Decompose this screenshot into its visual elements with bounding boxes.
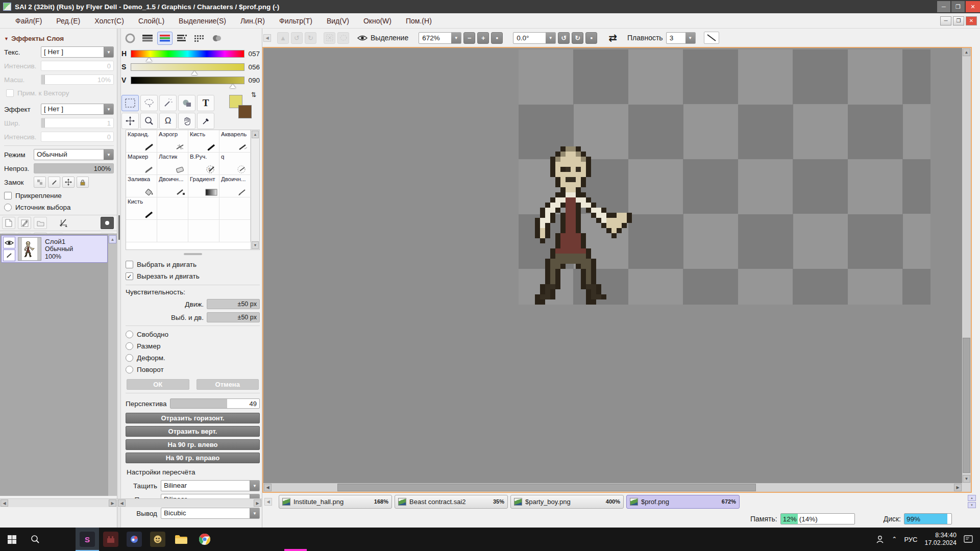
doc-close-icon[interactable]: ✕ bbox=[966, 16, 977, 26]
chevron-down-icon[interactable]: ▼ bbox=[451, 33, 461, 43]
vscroll-thumb[interactable] bbox=[963, 338, 970, 473]
brush-fill[interactable]: Заливка bbox=[126, 175, 157, 197]
chevron-down-icon[interactable]: ▼ bbox=[104, 47, 113, 57]
scale-radio[interactable] bbox=[126, 342, 133, 350]
shape-select-tool[interactable] bbox=[178, 95, 195, 111]
menu-edit[interactable]: Ред.(E) bbox=[49, 15, 87, 27]
magic-wand-tool[interactable] bbox=[159, 95, 177, 111]
effect-select[interactable]: [ Нет ] ▼ bbox=[41, 104, 114, 115]
opacity-slider[interactable]: 100% bbox=[34, 163, 114, 173]
selection-eye-icon[interactable] bbox=[357, 35, 368, 41]
tab-institute-hall[interactable]: Institute_hall.png 168% bbox=[279, 495, 392, 509]
rect-select-tool[interactable] bbox=[121, 95, 139, 111]
flip-vertical-button[interactable]: Отразить верт. bbox=[126, 426, 260, 437]
brush-empty[interactable] bbox=[188, 220, 219, 242]
cut-and-move-checkbox[interactable]: ✓ bbox=[126, 272, 133, 280]
undo-icon[interactable]: ↺ bbox=[291, 32, 303, 44]
rotate-cw-button[interactable]: ↻ bbox=[572, 32, 583, 44]
menu-line[interactable]: Лин.(R) bbox=[233, 15, 272, 27]
layer-edit-pencil-icon[interactable] bbox=[3, 249, 15, 261]
slider-marker-icon[interactable] bbox=[146, 58, 152, 62]
minimize-icon[interactable]: ─ bbox=[937, 1, 950, 12]
chevron-down-icon[interactable]: ▼ bbox=[104, 104, 113, 114]
brush-brush2[interactable]: Кисть bbox=[126, 197, 157, 220]
texture-select[interactable]: [ Нет ] ▼ bbox=[41, 46, 114, 58]
rgb-sliders-icon[interactable] bbox=[157, 32, 173, 45]
vertical-scrollbar[interactable]: ▲ ▼ bbox=[962, 48, 971, 483]
taskbar-chrome-icon[interactable] bbox=[193, 528, 216, 551]
scroll-left-icon[interactable]: ◀ bbox=[118, 499, 126, 507]
chevron-down-icon[interactable]: ▼ bbox=[250, 481, 259, 491]
menu-selection[interactable]: Выделение(S) bbox=[172, 15, 233, 27]
chevron-down-icon[interactable]: ▼ bbox=[546, 33, 555, 43]
ruler-pen-icon[interactable] bbox=[57, 217, 70, 229]
value-slider[interactable] bbox=[131, 77, 244, 84]
new-layer-icon[interactable] bbox=[2, 217, 15, 229]
people-icon[interactable] bbox=[875, 535, 885, 543]
drag-handle[interactable] bbox=[184, 253, 202, 255]
text-tool[interactable]: T bbox=[197, 95, 214, 111]
slider-marker-icon[interactable] bbox=[230, 84, 236, 88]
brush-vector-pen[interactable]: В.Руч. S bbox=[188, 153, 219, 175]
angle-select[interactable]: 0.0° ▼ bbox=[513, 32, 556, 44]
brush-empty[interactable] bbox=[219, 197, 251, 220]
output-resample-select[interactable]: Bicubic ▼ bbox=[161, 508, 260, 519]
saturation-slider[interactable] bbox=[131, 63, 244, 71]
rotate-ccw-button[interactable]: ↺ bbox=[558, 32, 570, 44]
brush-empty[interactable] bbox=[157, 220, 188, 242]
brush-empty[interactable] bbox=[219, 220, 251, 242]
flip-horizontal-button[interactable]: Отразить горизонт. bbox=[126, 413, 260, 423]
language-indicator[interactable]: РУС bbox=[904, 536, 917, 543]
notification-center-icon[interactable] bbox=[964, 535, 973, 543]
new-folder-icon[interactable] bbox=[34, 217, 47, 229]
scroll-left-icon[interactable]: ◀ bbox=[264, 484, 272, 491]
menu-layer[interactable]: Слой(L) bbox=[131, 15, 172, 27]
move-tool[interactable] bbox=[121, 113, 139, 129]
layer-visibility-eye-icon[interactable] bbox=[3, 237, 15, 248]
scroll-up-icon[interactable]: ▲ bbox=[252, 131, 259, 138]
menu-window[interactable]: Окно(W) bbox=[356, 15, 399, 27]
smoothness-select[interactable]: 3 ▼ bbox=[666, 32, 696, 44]
ok-button[interactable]: ОК bbox=[127, 379, 189, 390]
brush-watercolor[interactable]: Акварель bbox=[219, 130, 251, 153]
selection-source-radio[interactable] bbox=[4, 204, 12, 211]
brush-binary2[interactable]: Двоичн... bbox=[219, 175, 251, 197]
scroll-down-icon[interactable]: ▼ bbox=[963, 475, 970, 483]
scroll-right-icon[interactable]: ▶ bbox=[954, 484, 962, 491]
new-vector-layer-icon[interactable] bbox=[18, 217, 31, 229]
brush-empty[interactable] bbox=[157, 197, 188, 220]
panel-collapse-icon[interactable]: ◀ bbox=[263, 34, 271, 42]
zoom-out-button[interactable]: − bbox=[463, 32, 475, 44]
scroll-up-icon[interactable]: ▲ bbox=[109, 235, 116, 243]
brush-binary1[interactable]: Двоичн... bbox=[157, 175, 188, 197]
menu-canvas[interactable]: Холст(C) bbox=[87, 15, 131, 27]
tab-prof[interactable]: $prof.png 672% bbox=[626, 495, 740, 509]
taskbar-app2-icon[interactable] bbox=[99, 528, 122, 551]
lock-all-icon[interactable] bbox=[77, 177, 89, 188]
pin-checkbox[interactable] bbox=[4, 192, 12, 199]
scroll-right-icon[interactable]: ▶ bbox=[109, 499, 116, 507]
layer-panel-hscroll[interactable]: ◀ ▶ bbox=[0, 498, 117, 507]
menu-file[interactable]: Файл(F) bbox=[8, 15, 49, 27]
eyedropper-tool[interactable] bbox=[197, 113, 214, 129]
taskbar-folder-icon[interactable] bbox=[169, 528, 193, 551]
scroll-left-icon[interactable]: ◀ bbox=[1, 499, 8, 507]
scroll-down-icon[interactable]: ▼ bbox=[252, 241, 259, 249]
chevron-down-icon[interactable]: ▼ bbox=[685, 33, 695, 43]
flip-view-icon[interactable]: ⇄ bbox=[608, 32, 617, 44]
mixer-sliders-icon[interactable] bbox=[175, 32, 190, 45]
taskbar-app3-icon[interactable] bbox=[122, 528, 146, 551]
taskbar-app4-icon[interactable] bbox=[146, 528, 169, 551]
color-mixer-icon[interactable] bbox=[209, 32, 225, 45]
brush-eraser[interactable]: Ластик bbox=[157, 153, 188, 175]
tab-beast-contract[interactable]: Beast contract.sai2 35% bbox=[395, 495, 508, 509]
redo-icon[interactable]: ↻ bbox=[305, 32, 316, 44]
hue-slider[interactable] bbox=[131, 50, 244, 58]
lasso-tool[interactable] bbox=[140, 95, 158, 111]
chevron-down-icon[interactable]: ▼ bbox=[104, 149, 113, 160]
search-button[interactable] bbox=[23, 528, 47, 551]
swatch-grid-icon[interactable] bbox=[192, 32, 207, 45]
drag-resample-select[interactable]: Bilinear ▼ bbox=[161, 480, 260, 491]
menu-view[interactable]: Вид(V) bbox=[320, 15, 356, 27]
taskbar-sai-icon[interactable]: S bbox=[76, 528, 99, 551]
